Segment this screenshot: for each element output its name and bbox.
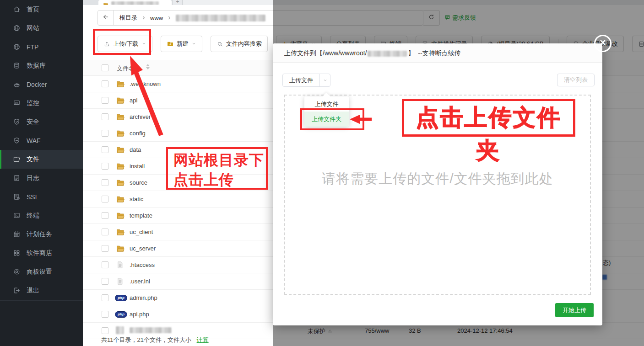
row-checkbox[interactable] bbox=[102, 97, 108, 104]
sidebar-item-monitor[interactable]: 监控 bbox=[0, 94, 83, 112]
select-all-checkbox[interactable] bbox=[102, 64, 108, 71]
file-name[interactable]: uc_client bbox=[130, 229, 153, 235]
sidebar-item-label: 文件 bbox=[27, 155, 39, 164]
folder-icon bbox=[116, 112, 125, 122]
back-button[interactable] bbox=[98, 11, 114, 25]
row-checkbox[interactable] bbox=[102, 229, 108, 235]
sidebar-item-ftp[interactable]: FTP bbox=[0, 37, 83, 56]
sidebar-item-label: 安全 bbox=[27, 118, 39, 126]
row-checkbox[interactable] bbox=[102, 245, 108, 252]
folder-icon bbox=[103, 1, 108, 5]
file-name[interactable]: template bbox=[130, 212, 152, 219]
sidebar-item-appstore[interactable]: 软件商店 bbox=[0, 244, 83, 262]
row-checkbox[interactable] bbox=[102, 311, 108, 318]
folder-icon bbox=[116, 211, 125, 220]
sidebar-item-logs[interactable]: 日志 bbox=[0, 169, 83, 187]
new-tab-button[interactable]: + bbox=[173, 0, 183, 5]
close-button[interactable] bbox=[594, 35, 612, 52]
file-name[interactable]: data bbox=[130, 146, 141, 153]
clear-list-button[interactable]: 清空列表 bbox=[557, 74, 595, 86]
sidebar-item-cron[interactable]: 计划任务 bbox=[0, 225, 83, 244]
breadcrumb-root[interactable]: 根目录 bbox=[119, 14, 137, 22]
database-icon bbox=[13, 62, 21, 69]
row-checkbox[interactable] bbox=[102, 261, 108, 268]
back-arrow-icon bbox=[102, 13, 109, 22]
sidebar-item-ssl[interactable]: SSL bbox=[0, 187, 83, 206]
row-checkbox[interactable] bbox=[102, 113, 108, 120]
toolbar-button-1[interactable]: 新建 bbox=[161, 36, 202, 52]
calculate-size-link[interactable]: 计算 bbox=[197, 336, 209, 343]
sidebar-item-site[interactable]: 网站 bbox=[0, 19, 83, 37]
sidebar-item-terminal[interactable]: 终端 bbox=[0, 206, 83, 225]
sidebar-item-label: 日志 bbox=[27, 174, 39, 182]
file-name[interactable]: uc_server bbox=[130, 245, 156, 252]
menu-item-upload-folder[interactable]: 上传文件夹 bbox=[304, 112, 349, 127]
upload-file-split-button[interactable]: 上传文件 bbox=[282, 74, 330, 87]
doc-lines-icon bbox=[13, 174, 21, 182]
title-note: --支持断点续传 bbox=[418, 49, 460, 57]
file-name[interactable]: install bbox=[130, 163, 145, 170]
upload-dialog: 上传文件到【/www/wwwroot/】 --支持断点续传 上传文件 清空列表 … bbox=[273, 43, 602, 325]
sidebar-item-label: Docker bbox=[27, 81, 47, 88]
file-name[interactable]: source bbox=[130, 179, 147, 186]
sidebar-item-label: FTP bbox=[27, 43, 38, 51]
file-name[interactable]: api.php bbox=[130, 311, 149, 318]
file-name[interactable]: .htaccess bbox=[130, 261, 155, 268]
menu-item-upload-file[interactable]: 上传文件 bbox=[304, 96, 349, 112]
row-checkbox[interactable] bbox=[102, 327, 108, 334]
file-count-summary: 共11个目录，21个文件，文件大小 bbox=[101, 336, 191, 343]
file-name[interactable]: .well-known bbox=[130, 80, 161, 87]
file-name[interactable]: api bbox=[130, 97, 137, 104]
terminal-icon bbox=[13, 212, 21, 219]
censored-tab-title bbox=[111, 1, 159, 5]
folder-icon bbox=[116, 96, 125, 105]
dropzone-hint: 请将需要上传的文件/文件夹拖到此处 bbox=[285, 170, 590, 188]
breadcrumb-www[interactable]: www bbox=[150, 15, 163, 21]
upload-file-label[interactable]: 上传文件 bbox=[283, 74, 319, 86]
gear-icon bbox=[13, 268, 21, 276]
sidebar-item-label: SSL bbox=[27, 193, 38, 201]
row-checkbox[interactable] bbox=[102, 179, 108, 186]
chevron-right-icon bbox=[167, 15, 172, 21]
row-checkbox[interactable] bbox=[102, 130, 108, 137]
sidebar-item-home[interactable]: 首页 bbox=[0, 0, 83, 19]
sidebar-item-logout[interactable]: 退出 bbox=[0, 281, 83, 300]
tab-current-directory[interactable] bbox=[98, 0, 172, 5]
sidebar-item-security[interactable]: 安全 bbox=[0, 112, 83, 131]
upload-dialog-title: 上传文件到【/www/wwwroot/】 --支持断点续传 bbox=[273, 43, 602, 63]
chevron-down-icon bbox=[141, 41, 146, 46]
toolbar-button-0[interactable]: 上传/下载 bbox=[97, 36, 152, 52]
censored-path bbox=[176, 15, 265, 21]
sidebar-item-label: 首页 bbox=[27, 5, 39, 14]
row-checkbox[interactable] bbox=[102, 212, 108, 219]
doc-badge-icon bbox=[13, 193, 21, 201]
file-name[interactable]: admin.php bbox=[130, 294, 157, 301]
sidebar-divider bbox=[0, 300, 83, 301]
folder-icon bbox=[116, 228, 125, 237]
sidebar-item-database[interactable]: 数据库 bbox=[0, 56, 83, 75]
file-name[interactable]: archiver bbox=[130, 113, 151, 120]
sort-icon[interactable] bbox=[146, 64, 150, 69]
sidebar-item-docker[interactable]: Docker bbox=[0, 75, 83, 94]
file-name[interactable]: .user.ini bbox=[130, 278, 150, 285]
file-name[interactable]: static bbox=[130, 196, 143, 202]
row-checkbox[interactable] bbox=[102, 80, 108, 87]
close-icon bbox=[598, 37, 608, 49]
start-upload-button[interactable]: 开始上传 bbox=[555, 303, 594, 317]
sidebar-item-files[interactable]: 文件 bbox=[0, 150, 83, 169]
toolbar-button-label: 文件内容搜索 bbox=[226, 40, 262, 48]
toolbar-button-2[interactable]: 文件内容搜索 bbox=[211, 36, 268, 52]
chevron-down-icon[interactable] bbox=[319, 74, 330, 86]
sidebar-item-waf[interactable]: WAF bbox=[0, 131, 83, 150]
sidebar-item-settings[interactable]: 面板设置 bbox=[0, 262, 83, 281]
column-filename[interactable]: 文件名称 bbox=[117, 64, 141, 73]
row-checkbox[interactable] bbox=[102, 163, 108, 170]
censored-site-name bbox=[368, 51, 407, 57]
row-checkbox[interactable] bbox=[102, 146, 108, 153]
file-name[interactable]: config bbox=[130, 130, 146, 137]
row-checkbox[interactable] bbox=[102, 278, 108, 285]
row-checkbox[interactable] bbox=[102, 196, 108, 202]
php-icon: php bbox=[115, 295, 127, 301]
row-checkbox[interactable] bbox=[102, 294, 108, 301]
file-icon bbox=[116, 277, 124, 286]
